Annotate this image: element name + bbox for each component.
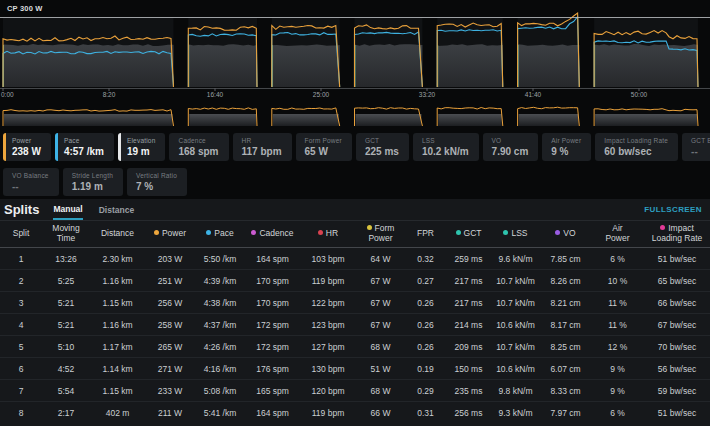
metric-tile-stride-length[interactable]: Stride Length1.19 m bbox=[63, 168, 123, 196]
metric-tile-vo[interactable]: VO7.90 cm bbox=[483, 133, 539, 161]
power-pace-elevation-chart[interactable]: 0:008:2016:4025:0033:2041:4050:00 bbox=[0, 0, 710, 130]
cell-moving-time: 5:21 bbox=[42, 314, 90, 336]
split-row-5[interactable]: 55:101.17 km265 W4:26 /km172 spm127 bpm6… bbox=[0, 336, 710, 358]
metric-tile-power[interactable]: Power238 W bbox=[3, 133, 51, 161]
splits-table-header: SplitMoving TimeDistancePowerPaceCadence… bbox=[0, 221, 710, 248]
cell-impact-loading-rate: 56 bw/sec bbox=[644, 358, 710, 380]
metric-tiles-row-2: VO Balance--Stride Length1.19 mVertical … bbox=[0, 168, 710, 196]
cell-form-power: 51 W bbox=[356, 358, 405, 380]
metric-value: 7.90 cm bbox=[492, 146, 529, 157]
metric-tile-vo-balance[interactable]: VO Balance-- bbox=[3, 168, 59, 196]
cell-fpr: 0.32 bbox=[405, 248, 446, 270]
metric-tiles-row-1: Power238 WPace4:57 /kmElevation19 mCaden… bbox=[0, 133, 710, 161]
cell-hr: 120 bpm bbox=[300, 380, 356, 402]
metric-tile-gct[interactable]: GCT225 ms bbox=[356, 133, 409, 161]
cell-impact-loading-rate: 66 bw/sec bbox=[644, 292, 710, 314]
lss-series-dot bbox=[503, 230, 508, 235]
cell-power: 203 W bbox=[145, 248, 195, 270]
cell-gct: 256 ms bbox=[446, 402, 491, 424]
metric-value: 168 spm bbox=[178, 146, 218, 157]
metric-value: -- bbox=[691, 146, 710, 157]
cell-hr: 123 bpm bbox=[300, 314, 356, 336]
x-axis-tick-25-00: 25:00 bbox=[313, 91, 330, 98]
cell-impact-loading-rate: 51 bw/sec bbox=[644, 248, 710, 270]
metric-value: 10.2 kN/m bbox=[422, 146, 469, 157]
metric-tile-form-power[interactable]: Form Power65 W bbox=[296, 133, 352, 161]
pace-accent-bar bbox=[55, 133, 58, 161]
metric-tile-pace[interactable]: Pace4:57 /km bbox=[55, 133, 114, 161]
metric-tile-impact-loading-rate[interactable]: Impact Loading Rate60 bw/sec bbox=[595, 133, 678, 161]
metric-label: Cadence bbox=[178, 137, 218, 144]
metric-label: Stride Length bbox=[72, 172, 113, 179]
col-header-label: Power bbox=[162, 228, 186, 238]
split-row-3[interactable]: 35:211.15 km256 W4:38 /km170 spm122 bpm6… bbox=[0, 292, 710, 314]
metric-tile-lss[interactable]: LSS10.2 kN/m bbox=[413, 133, 479, 161]
metric-value: 238 W bbox=[12, 146, 41, 157]
impact-loading-rate-series-dot bbox=[660, 225, 665, 230]
cell-form-power: 67 W bbox=[356, 292, 405, 314]
col-header-split: Split bbox=[0, 221, 42, 248]
cell-lss: 10.7 kN/m bbox=[491, 270, 540, 292]
metric-label: VO Balance bbox=[12, 172, 49, 179]
cell-split: 4 bbox=[0, 314, 42, 336]
cell-pace: 5:41 /km bbox=[195, 402, 245, 424]
cell-power: 265 W bbox=[145, 336, 195, 358]
cell-air-power: 9 % bbox=[591, 380, 644, 402]
col-header-distance: Distance bbox=[90, 221, 145, 248]
cell-distance: 2.30 km bbox=[90, 248, 145, 270]
split-row-8[interactable]: 82:17402 m211 W5:41 /km164 spm119 bpm66 … bbox=[0, 402, 710, 424]
x-axis-tick-8-20: 8:20 bbox=[103, 91, 116, 98]
splits-table: SplitMoving TimeDistancePowerPaceCadence… bbox=[0, 221, 710, 423]
cell-fpr: 0.31 bbox=[405, 402, 446, 424]
power-chart-panel[interactable]: CP 300 W 0:008:2016:4025:0033:2041:4050:… bbox=[0, 0, 710, 130]
cell-impact-loading-rate: 70 bw/sec bbox=[644, 336, 710, 358]
tab-manual[interactable]: Manual bbox=[53, 199, 82, 220]
metric-value: 1.19 m bbox=[72, 181, 113, 192]
power-series-dot bbox=[154, 230, 159, 235]
split-row-4[interactable]: 45:211.16 km258 W4:37 /km172 spm123 bpm6… bbox=[0, 314, 710, 336]
split-row-2[interactable]: 25:251.16 km251 W4:39 /km170 spm119 bpm6… bbox=[0, 270, 710, 292]
cell-vo: 6.07 cm bbox=[540, 358, 591, 380]
metric-tile-hr[interactable]: HR117 bpm bbox=[233, 133, 292, 161]
vo-series-dot bbox=[555, 230, 560, 235]
tab-distance[interactable]: Distance bbox=[99, 200, 134, 219]
metric-label: Form Power bbox=[305, 137, 342, 144]
cell-split: 6 bbox=[0, 358, 42, 380]
x-axis-tick-50-00: 50:00 bbox=[631, 91, 648, 98]
split-row-1[interactable]: 113:262.30 km203 W5:50 /km164 spm103 bpm… bbox=[0, 248, 710, 270]
cell-moving-time: 2:17 bbox=[42, 402, 90, 424]
metric-value: 19 m bbox=[127, 146, 156, 157]
col-header-gct: GCT bbox=[446, 221, 491, 248]
cell-hr: 130 bpm bbox=[300, 358, 356, 380]
metric-tile-gct-balance[interactable]: GCT Balance-- bbox=[682, 133, 710, 161]
fullscreen-button[interactable]: FULLSCREEN bbox=[644, 205, 702, 214]
cell-form-power: 68 W bbox=[356, 380, 405, 402]
split-row-7[interactable]: 75:541.15 km233 W5:08 /km165 spm120 bpm6… bbox=[0, 380, 710, 402]
cell-distance: 1.16 km bbox=[90, 314, 145, 336]
metric-value: -- bbox=[12, 181, 49, 192]
split-row-6[interactable]: 64:521.14 km271 W4:16 /km176 spm130 bpm5… bbox=[0, 358, 710, 380]
metric-label: Air Power bbox=[551, 137, 581, 144]
cell-air-power: 12 % bbox=[591, 336, 644, 358]
metric-tile-cadence[interactable]: Cadence168 spm bbox=[169, 133, 228, 161]
metric-value: 225 ms bbox=[365, 146, 399, 157]
metric-tile-air-power[interactable]: Air Power9 % bbox=[542, 133, 591, 161]
col-header-hr: HR bbox=[300, 221, 356, 248]
col-header-label: Air Power bbox=[605, 223, 629, 243]
cell-pace: 4:16 /km bbox=[195, 358, 245, 380]
cadence-series-dot bbox=[251, 230, 256, 235]
col-header-label: HR bbox=[326, 228, 338, 238]
cell-power: 256 W bbox=[145, 292, 195, 314]
cell-impact-loading-rate: 67 bw/sec bbox=[644, 314, 710, 336]
metric-tile-elevation[interactable]: Elevation19 m bbox=[118, 133, 166, 161]
x-axis-tick-41-40: 41:40 bbox=[525, 91, 542, 98]
cell-power: 258 W bbox=[145, 314, 195, 336]
splits-header: Splits Manual Distance FULLSCREEN bbox=[0, 199, 710, 221]
metric-label: GCT Balance bbox=[691, 137, 710, 144]
cell-air-power: 6 % bbox=[591, 248, 644, 270]
metric-tile-vertical-ratio[interactable]: Vertical Ratio7 % bbox=[127, 168, 187, 196]
elevation-accent-bar bbox=[118, 133, 121, 161]
x-axis-tick-16-40: 16:40 bbox=[207, 91, 224, 98]
metric-label: HR bbox=[242, 137, 282, 144]
cell-cadence: 176 spm bbox=[245, 358, 300, 380]
